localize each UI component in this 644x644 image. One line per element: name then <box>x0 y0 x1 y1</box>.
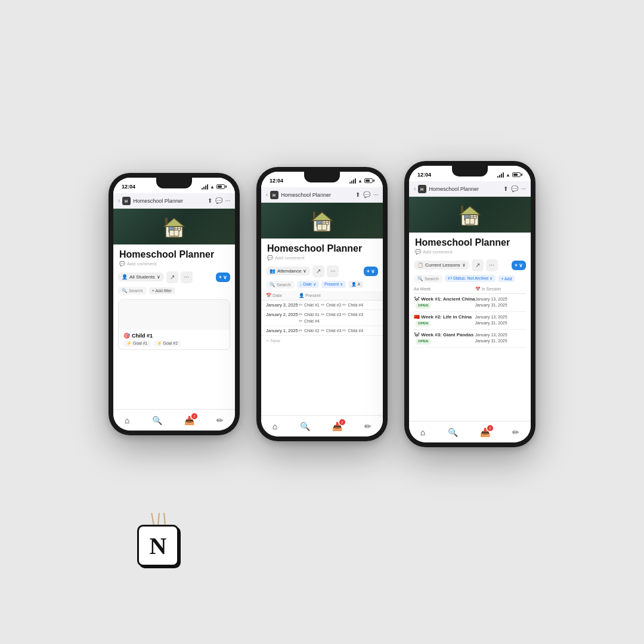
more-icon-1[interactable]: ··· <box>225 197 230 204</box>
prop-tag-goal2: ⚡ Goal #2 <box>154 340 181 346</box>
signal-bar-2 <box>203 187 205 190</box>
battery-fill-3 <box>513 174 518 176</box>
more-icon-2[interactable]: ··· <box>373 191 378 198</box>
home-nav-3[interactable]: ⌂ <box>420 428 425 437</box>
share-btn-1[interactable]: ↗ <box>166 271 178 283</box>
add-btn-1[interactable]: + ∨ <box>216 273 230 282</box>
svg-rect-26 <box>461 206 463 213</box>
sb4 <box>355 178 356 184</box>
signal-bars-2 <box>349 178 356 184</box>
search-nav-1[interactable]: 🔍 <box>152 416 162 425</box>
signal-bar-4 <box>207 184 208 190</box>
share-icon-2[interactable]: ⬆ <box>355 191 360 198</box>
page-title-1: Homeschool Planner <box>119 249 229 260</box>
signal-bar-3 <box>205 185 206 190</box>
phone-notch <box>156 178 192 188</box>
add-filter-btn-1[interactable]: + Add filter <box>149 287 175 294</box>
chevron-down-icon-3: ∨ <box>462 262 466 268</box>
back-chevron-1[interactable]: ‹ <box>118 197 120 204</box>
add-comment-3[interactable]: 💬 Add comment <box>415 249 525 255</box>
prop-tag-goal1: ⚡ Goal #1 <box>123 340 151 346</box>
share-icon-3[interactable]: ⬆ <box>503 185 508 192</box>
home-nav-1[interactable]: ⌂ <box>125 416 129 425</box>
back-chevron-2[interactable]: ‹ <box>266 191 268 198</box>
list-header-3: AaWeek 📅In Session <box>414 285 526 294</box>
present-cell-1: ✏Child #1 ✏Child #2 ✏Child #4 <box>299 302 378 308</box>
list-row-1[interactable]: 🐼 Week #1: Ancient China OPEN January 13… <box>414 294 526 312</box>
more-icon-3[interactable]: ··· <box>521 185 526 192</box>
browser-actions-2: ⬆ 💬 ··· <box>355 191 378 198</box>
inbox-nav-1[interactable]: 📥2 <box>184 416 194 425</box>
stick-3 <box>163 513 166 525</box>
battery-tip-1 <box>225 185 227 188</box>
search-box-1[interactable]: 🔍 Search <box>118 287 147 295</box>
home-nav-2[interactable]: ⌂ <box>273 422 277 431</box>
lessons-icon: 📋 <box>417 262 423 268</box>
status-icons-3: ▲ <box>497 172 522 178</box>
add-comment-1[interactable]: 💬 Add comment <box>119 261 229 267</box>
chat-icon-1[interactable]: 💬 <box>215 197 222 204</box>
wifi-icon-1: ▲ <box>210 184 215 190</box>
child-tag-24: ✏Child #4 <box>299 318 320 324</box>
table-row-3[interactable]: January 1, 2025 ✏Child #2 ✏Child #3 ✏Chi… <box>261 326 383 336</box>
table-row-2[interactable]: January 2, 2025 ✏Child #1 ✏Child #2 ✏Chi… <box>261 310 383 326</box>
battery-body-3 <box>512 172 521 177</box>
status-filter-3[interactable]: 🏷 Status: Not Archive ∨ <box>445 275 496 282</box>
a-filter[interactable]: 👤 A <box>348 281 363 288</box>
browser-favicon-1: H <box>122 197 131 205</box>
session-cell-1: January 13, 2025January 31, 2025 <box>475 296 526 309</box>
child-tag-32: ✏Child #3 <box>321 328 342 333</box>
back-chevron-3[interactable]: ‹ <box>414 185 416 192</box>
view-btn-3[interactable]: 📋 Current Lessons ∨ <box>414 261 469 270</box>
view-btn-2[interactable]: 👥 Attendance ∨ <box>266 267 310 275</box>
add-btn-2[interactable]: + ∨ <box>364 267 378 276</box>
share-btn-3[interactable]: ↗ <box>472 259 484 271</box>
page-title-3: Homeschool Planner <box>415 237 525 248</box>
session-dates-3: January 13, 2025January 31, 2025 <box>475 332 526 345</box>
date-filter[interactable]: ↓ Date ∨ <box>297 281 319 288</box>
present-filter[interactable]: Present ∨ <box>321 281 346 288</box>
share-icon-1[interactable]: ⬆ <box>208 197 212 204</box>
svg-rect-15 <box>313 212 315 219</box>
edit-nav-2[interactable]: ✏ <box>364 422 371 431</box>
edit-nav-1[interactable]: ✏ <box>216 416 224 425</box>
phone-notch-3 <box>452 166 488 177</box>
list-row-3[interactable]: 🐼 Week #3: Giant Pandas OPEN January 13,… <box>414 330 526 348</box>
edit-nav-3[interactable]: ✏ <box>512 428 519 437</box>
search-nav-3[interactable]: 🔍 <box>448 428 458 437</box>
add-comment-2[interactable]: 💬 Add comment <box>267 255 377 261</box>
phones-row: 12:04 ▲ <box>109 161 535 447</box>
more-btn-3[interactable]: ··· <box>486 259 498 271</box>
gallery-card-1[interactable]: 🎯 Child #1 ⚡ Goal #1 ⚡ <box>118 299 230 350</box>
add-btn-3[interactable]: + ∨ <box>512 261 526 270</box>
notion-letter: N <box>150 532 167 560</box>
view-btn-1[interactable]: 👤 All Students ∨ <box>118 273 164 281</box>
search-box-3[interactable]: 🔍 Search <box>414 275 442 283</box>
search-nav-2[interactable]: 🔍 <box>300 422 310 431</box>
inbox-nav-2[interactable]: 📥2 <box>332 422 342 431</box>
inbox-nav-3[interactable]: 📥2 <box>480 428 490 437</box>
share-btn-2[interactable]: ↗ <box>312 265 324 277</box>
list-row-2[interactable]: 🇨🇳 Week #2: Life in China OPEN January 1… <box>414 312 526 330</box>
session-cell-2: January 13, 2025January 31, 2025 <box>475 314 526 327</box>
table-row-1[interactable]: January 3, 2025 ✏Child #1 ✏Child #2 ✏Chi… <box>261 301 383 310</box>
stick-1 <box>151 513 154 525</box>
status-time-3: 12:04 <box>417 172 431 178</box>
chevron-down-icon-1: ∨ <box>157 274 160 280</box>
db-toolbar-2: 👥 Attendance ∨ ↗ ··· + ∨ <box>261 263 383 280</box>
add-filter-3[interactable]: + Add <box>498 275 515 282</box>
browser-title-3: Homeschool Planner <box>429 186 500 192</box>
present-cell-2: ✏Child #1 ✏Child #2 ✏Child #3 ✏Child #4 <box>299 312 378 324</box>
scene: 12:04 ▲ <box>0 0 644 644</box>
search-box-2[interactable]: 🔍 Search <box>266 281 295 289</box>
chat-icon-3[interactable]: 💬 <box>511 185 518 192</box>
date-cell-1: January 3, 2025 <box>266 302 299 308</box>
signal-bars-1 <box>202 184 208 190</box>
chat-icon-2[interactable]: 💬 <box>363 191 370 198</box>
add-row-btn-2[interactable]: + New <box>261 336 383 346</box>
battery-fill-1 <box>218 185 222 188</box>
filter-bar-3: 🔍 Search 🏷 Status: Not Archive ∨ + Add <box>409 274 531 285</box>
more-btn-1[interactable]: ··· <box>181 271 193 283</box>
more-btn-2[interactable]: ··· <box>327 265 339 277</box>
gallery-card-img-1 <box>119 300 230 330</box>
